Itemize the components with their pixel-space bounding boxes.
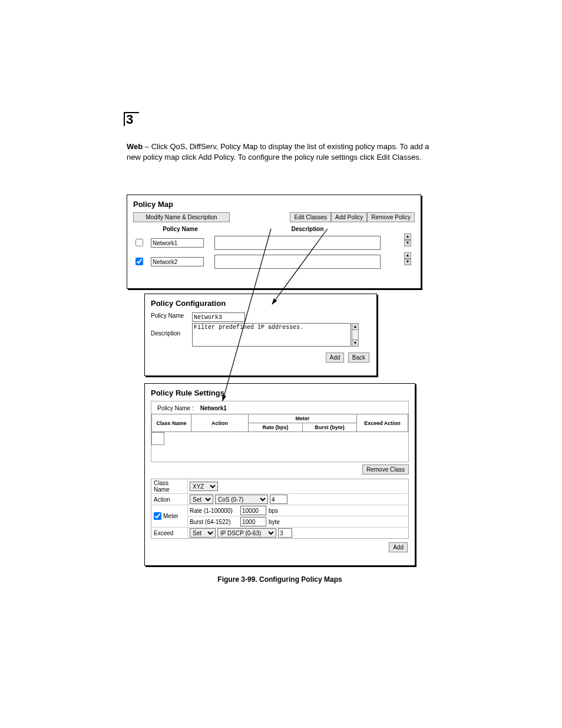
action-cos-select[interactable]: CoS (0-7) — [215, 495, 268, 504]
pr-add-button[interactable]: Add — [389, 542, 408, 552]
modify-name-desc-button[interactable]: Modify Name & Description — [133, 212, 230, 222]
burst-unit: byte — [269, 519, 280, 525]
scrollbar[interactable]: ▲▼ — [352, 323, 359, 347]
row-checkbox[interactable] — [135, 239, 143, 246]
intro-paragraph: Web – Click QoS, DiffServ, Policy Map to… — [127, 141, 433, 162]
rate-unit: bps — [269, 508, 278, 514]
form-class-name-label: Class Name — [151, 479, 188, 493]
pc-name-input[interactable] — [192, 312, 245, 322]
pc-add-button[interactable]: Add — [326, 353, 345, 363]
policy-configuration-panel: Policy Configuration Policy Name Descrip… — [144, 294, 377, 376]
action-value-input[interactable] — [270, 495, 287, 504]
pc-back-button[interactable]: Back — [348, 353, 369, 363]
col-class-name: Class Name — [152, 414, 191, 432]
meter-checkbox[interactable] — [154, 512, 161, 520]
exceed-set-select[interactable]: Set — [190, 528, 216, 538]
policy-configuration-title: Policy Configuration — [145, 294, 376, 311]
policy-rule-inner: Policy Name : Network1 Class Name Action… — [151, 401, 409, 462]
burst-input[interactable] — [240, 517, 266, 526]
col-meter: Meter — [249, 414, 357, 423]
scrollbar[interactable]: ▲▼ — [404, 252, 411, 265]
policy-rule-form: Class Name XYZ Action Set CoS (0-7) Mete… — [151, 479, 409, 539]
col-burst: Burst (byte) — [303, 423, 357, 432]
add-policy-button[interactable]: Add Policy — [331, 212, 367, 222]
description-box[interactable] — [214, 236, 381, 250]
class-name-select[interactable]: XYZ — [190, 482, 218, 491]
meter-label-text: Meter — [163, 513, 178, 519]
burst-label: Burst (64-1522) — [190, 519, 238, 525]
col-rate: Rate (bps) — [249, 423, 303, 432]
pc-name-label: Policy Name — [151, 312, 192, 319]
edit-classes-button[interactable]: Edit Classes — [290, 212, 331, 222]
policy-map-panel: Policy Map Modify Name & Description Edi… — [127, 195, 421, 289]
form-exceed-label: Exceed — [151, 528, 188, 538]
col-exceed-action: Exceed Action — [357, 414, 408, 432]
rate-input[interactable] — [240, 506, 266, 515]
figure-caption: Figure 3-99. Configuring Policy Maps — [127, 575, 433, 584]
policy-rule-table: Class Name Action Meter Exceed Action Ra… — [151, 414, 408, 432]
table-row: ▲▼ — [133, 252, 403, 271]
row-checkbox[interactable] — [135, 258, 143, 265]
intro-web-label: Web — [127, 142, 143, 151]
policy-name-input[interactable] — [151, 257, 204, 266]
table-row: ▲▼ — [133, 233, 403, 252]
policy-map-title: Policy Map — [127, 195, 421, 212]
policy-rule-body — [151, 432, 408, 462]
col-action: Action — [191, 414, 249, 432]
policy-rule-settings-panel: Policy Rule Settings Policy Name : Netwo… — [144, 383, 415, 566]
policy-map-table: Policy Name Description ▲▼ ▲▼ — [133, 225, 403, 271]
pr-pname-value: Network1 — [200, 405, 227, 411]
policy-rule-title: Policy Rule Settings — [145, 384, 415, 401]
exceed-dscp-select[interactable]: IP DSCP (0-63) — [217, 528, 276, 538]
remove-class-button[interactable]: Remove Class — [362, 465, 409, 475]
intro-body: – Click QoS, DiffServ, Policy Map to dis… — [127, 142, 429, 162]
pc-desc-label: Description — [151, 323, 192, 337]
pc-desc-textarea[interactable] — [192, 323, 351, 347]
form-action-label: Action — [151, 494, 188, 505]
form-meter-label: Meter — [151, 505, 188, 527]
col-description: Description — [212, 225, 403, 233]
remove-policy-button[interactable]: Remove Policy — [367, 212, 415, 222]
chapter-number: 3 — [124, 112, 139, 126]
policy-name-input[interactable] — [151, 238, 204, 248]
empty-cell — [151, 432, 164, 445]
scrollbar[interactable]: ▲▼ — [404, 233, 411, 246]
exceed-value-input[interactable] — [278, 528, 292, 538]
col-policy-name: Policy Name — [148, 225, 212, 233]
pr-pname-label: Policy Name : — [157, 405, 199, 411]
rate-label: Rate (1-100000) — [190, 508, 238, 514]
description-box[interactable] — [214, 255, 381, 269]
action-set-select[interactable]: Set — [190, 495, 213, 504]
